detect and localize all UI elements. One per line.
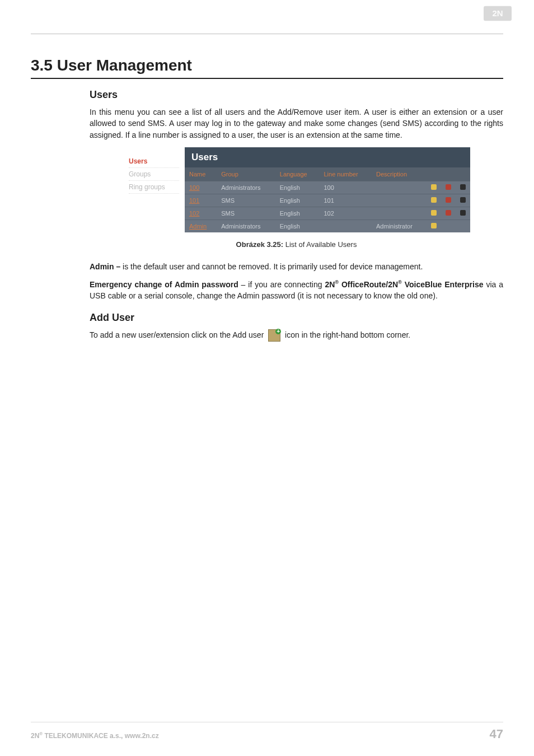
table-row: 100 Administrators English 100 (185, 181, 470, 194)
cell-desc: Administrator (372, 220, 427, 232)
add-user-pre: To add a new user/extension click on the… (90, 330, 266, 339)
svg-text:2N: 2N (492, 8, 503, 18)
add-user-post: icon in the right-hand bottom corner. (283, 330, 410, 339)
emergency-paragraph: Emergency change of Admin password – if … (90, 279, 503, 302)
cell-name[interactable]: 100 (185, 181, 217, 194)
cell-desc (372, 181, 427, 194)
cell-name[interactable]: 101 (185, 194, 217, 207)
cell-language: English (275, 194, 320, 207)
brand-logo: 2N (484, 6, 512, 24)
caption-label: Obrázek 3.25: (236, 240, 284, 249)
prod-sup-2: ® (398, 280, 402, 286)
disk-icon[interactable] (456, 181, 470, 194)
table-row: Admin Administrators English Administrat… (185, 220, 470, 232)
col-action-1 (427, 167, 441, 181)
users-table: Name Group Language Line number Descript… (185, 167, 470, 232)
emerg-mid: – if you are connecting (238, 280, 325, 289)
header-rule (31, 34, 503, 34)
cell-name[interactable]: Admin (185, 220, 217, 232)
col-group[interactable]: Group (217, 167, 275, 181)
cell-language: English (275, 220, 320, 232)
footer-left: 2N® TELEKOMUNIKACE a.s., www.2n.cz (31, 731, 159, 740)
prod1-bold: 2N (325, 280, 335, 289)
col-language[interactable]: Language (275, 167, 320, 181)
disk-icon[interactable] (456, 194, 470, 207)
cell-line: 100 (320, 181, 372, 194)
sidebar-item-ring-groups[interactable]: Ring groups (129, 181, 179, 194)
users-heading: Users (90, 89, 503, 101)
cell-group: SMS (217, 207, 275, 220)
col-line-number[interactable]: Line number (320, 167, 372, 181)
cell-language: English (275, 207, 320, 220)
edit-icon[interactable] (427, 181, 441, 194)
edit-icon[interactable] (427, 220, 441, 232)
emerg-bold: Emergency change of Admin password (90, 280, 238, 289)
delete-icon[interactable] (441, 207, 456, 220)
delete-icon[interactable] (441, 194, 456, 207)
table-row: 102 SMS English 102 (185, 207, 470, 220)
cell-line: 102 (320, 207, 372, 220)
col-action-3 (456, 167, 470, 181)
figure-title: Users (185, 147, 470, 167)
sidebar-item-groups[interactable]: Groups (129, 168, 179, 181)
admin-paragraph: Admin – is the default user and cannot b… (90, 261, 503, 272)
figure-wrap: Users Groups Ring groups Users Name Grou… (123, 147, 503, 232)
add-user-paragraph: To add a new user/extension click on the… (90, 329, 503, 342)
cell-line: 101 (320, 194, 372, 207)
cell-language: English (275, 181, 320, 194)
users-figure: Users Groups Ring groups Users Name Grou… (123, 147, 470, 232)
cell-line (320, 220, 372, 232)
footer-brand: 2N (31, 732, 39, 740)
col-name[interactable]: Name (185, 167, 217, 181)
col-description[interactable]: Description (372, 167, 427, 181)
figure-sidebar: Users Groups Ring groups (123, 147, 185, 232)
edit-icon[interactable] (427, 207, 441, 220)
edit-icon[interactable] (427, 194, 441, 207)
add-user-heading: Add User (90, 312, 503, 324)
cell-name[interactable]: 102 (185, 207, 217, 220)
col-action-2 (441, 167, 456, 181)
section-title: 3.5 User Management (31, 57, 503, 79)
disk-icon (456, 220, 470, 232)
users-paragraph: In this menu you can see a list of all u… (90, 106, 503, 141)
add-user-icon[interactable] (268, 329, 280, 342)
cell-group: Administrators (217, 220, 275, 232)
page-footer: 2N® TELEKOMUNIKACE a.s., www.2n.cz 47 (31, 722, 503, 741)
cell-group: Administrators (217, 181, 275, 194)
admin-bold: Admin – (90, 262, 120, 271)
sidebar-item-users[interactable]: Users (129, 155, 179, 168)
table-header-row: Name Group Language Line number Descript… (185, 167, 470, 181)
cell-desc (372, 207, 427, 220)
admin-text: is the default user and cannot be remove… (120, 262, 423, 271)
disk-icon[interactable] (456, 207, 470, 220)
footer-company: TELEKOMUNIKACE a.s., www.2n.cz (43, 732, 159, 740)
prod2-bold: OfficeRoute/2N (341, 280, 398, 289)
delete-icon (441, 220, 456, 232)
caption-text: List of Available Users (283, 240, 357, 249)
cell-desc (372, 194, 427, 207)
table-row: 101 SMS English 101 (185, 194, 470, 207)
page-number: 47 (490, 727, 503, 741)
cell-group: SMS (217, 194, 275, 207)
prod3-bold: VoiceBlue Enterprise (402, 280, 484, 289)
logo-2n-icon: 2N (484, 6, 512, 21)
figure-main: Users Name Group Language Line number De… (185, 147, 470, 232)
delete-icon[interactable] (441, 181, 456, 194)
figure-caption: Obrázek 3.25: List of Available Users (90, 240, 503, 249)
